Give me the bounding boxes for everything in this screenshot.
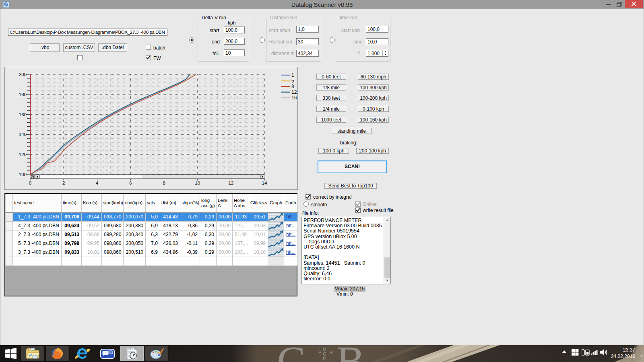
svg-text:GPS: GPS [128, 348, 133, 350]
svg-text:100: 100 [19, 172, 27, 177]
svg-text:14: 14 [262, 181, 267, 185]
svg-text:140: 140 [19, 132, 27, 137]
svg-text:180: 180 [19, 92, 27, 97]
svg-text:✳: ✳ [329, 350, 333, 355]
svg-text:B: B [336, 345, 365, 362]
svg-text:2: 2 [62, 181, 65, 185]
svg-text:12: 12 [291, 89, 297, 95]
svg-text:5: 5 [291, 78, 294, 84]
svg-text:10: 10 [195, 181, 200, 185]
svg-text:8: 8 [163, 181, 165, 185]
svg-text:1: 1 [291, 72, 294, 78]
svg-text:12: 12 [228, 181, 233, 185]
svg-text:C: C [277, 345, 305, 362]
svg-text:160: 160 [19, 112, 27, 117]
svg-text:8: 8 [291, 84, 294, 89]
svg-text:✳: ✳ [318, 350, 322, 355]
svg-text:6: 6 [129, 181, 132, 185]
svg-text:120: 120 [19, 152, 27, 157]
svg-text:0: 0 [29, 181, 31, 185]
svg-text:R: R [323, 356, 326, 362]
svg-text:16: 16 [291, 95, 297, 101]
svg-text:200: 200 [19, 72, 27, 77]
svg-text:4: 4 [96, 181, 99, 185]
